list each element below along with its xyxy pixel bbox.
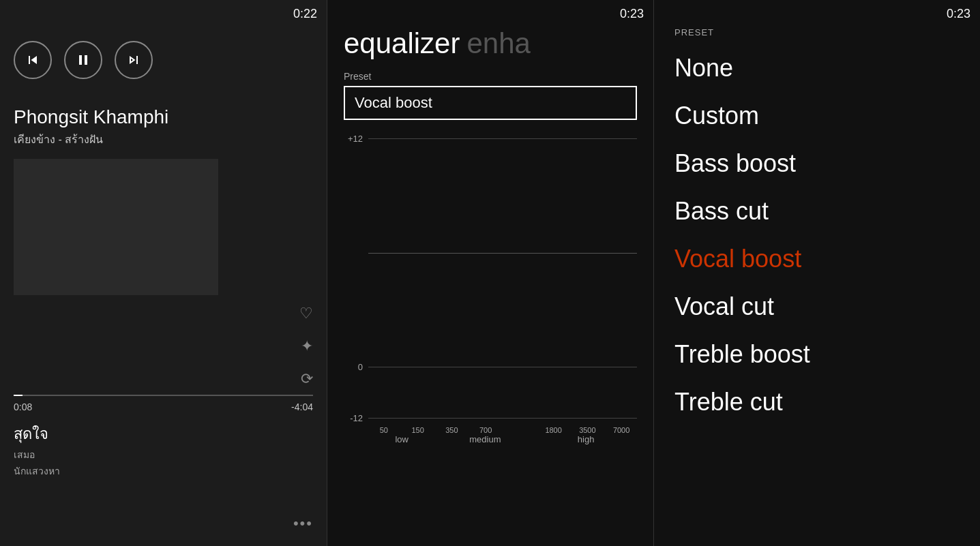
heart-icon[interactable]: ♡ bbox=[299, 305, 313, 322]
gridline-plus12-track bbox=[368, 138, 637, 139]
eq-header: equalizer enha Preset Vocal boost bbox=[327, 0, 653, 127]
eq-time: 0:23 bbox=[620, 7, 644, 21]
preset-item-vocalboost[interactable]: Vocal boost bbox=[674, 235, 960, 283]
bar-700b-above bbox=[504, 82, 535, 253]
progress-times: 0:08 -4:04 bbox=[0, 399, 327, 415]
bar-700b-below bbox=[504, 253, 535, 292]
eq-preset-label: Preset bbox=[344, 71, 637, 82]
preset-panel: 0:23 PRESET None Custom Bass boost Bass … bbox=[653, 0, 980, 546]
preset-item-trebleboost[interactable]: Treble boost bbox=[674, 331, 960, 378]
progress-fill bbox=[14, 395, 23, 396]
track-sub2: นักแสวงหา bbox=[0, 464, 327, 480]
gridline-zero-label: 0 bbox=[344, 362, 363, 372]
eq-axis-freq: 50 150 350 700 1800 3500 7000 bbox=[344, 426, 637, 434]
bar-7000-below bbox=[606, 253, 637, 423]
bar-3500-below bbox=[572, 253, 604, 423]
bar-700-above bbox=[470, 126, 501, 253]
forward-button[interactable] bbox=[115, 41, 153, 79]
more-button[interactable]: ••• bbox=[293, 515, 313, 532]
refresh-icon[interactable]: ⟳ bbox=[301, 370, 313, 388]
freq-150: 150 bbox=[402, 426, 434, 434]
bar-50-below bbox=[368, 253, 400, 423]
track-sub1: เสมอ bbox=[0, 447, 327, 464]
freq-1800: 1800 bbox=[538, 426, 569, 434]
eq-bar-50 bbox=[368, 144, 400, 362]
bar-150-below bbox=[402, 253, 434, 423]
player-time: 0:22 bbox=[293, 7, 317, 21]
bar-700-below bbox=[470, 253, 501, 314]
freq-700: 700 bbox=[470, 426, 501, 434]
equalizer-panel: 0:23 equalizer enha Preset Vocal boost +… bbox=[327, 0, 653, 546]
rewind-button[interactable] bbox=[14, 41, 52, 79]
eq-title-white: equalizer bbox=[344, 27, 460, 60]
eq-bar-150 bbox=[402, 144, 434, 362]
eq-bar-350 bbox=[436, 144, 468, 362]
preset-item-vocalcut[interactable]: Vocal cut bbox=[674, 283, 960, 331]
eq-bar-1800 bbox=[538, 144, 569, 362]
group-low: low bbox=[368, 434, 436, 444]
album-art bbox=[14, 159, 218, 295]
eq-axis-groups: low medium high bbox=[344, 434, 637, 444]
group-high: high bbox=[535, 434, 637, 444]
freq-3500: 3500 bbox=[572, 426, 604, 434]
pause-button[interactable] bbox=[64, 41, 102, 79]
bar-1800-below bbox=[538, 253, 569, 322]
eq-preset-box[interactable]: Vocal boost bbox=[344, 86, 637, 120]
eq-title-gray: enha bbox=[466, 27, 530, 60]
group-medium: medium bbox=[436, 434, 535, 444]
eq-bar-3500 bbox=[572, 144, 604, 362]
bar-1800-above bbox=[538, 140, 569, 253]
bar-350-below bbox=[436, 253, 468, 358]
freq-50: 50 bbox=[368, 426, 400, 434]
player-song: เคียงข้าง - สร้างฝัน bbox=[0, 131, 327, 159]
preset-time: 0:23 bbox=[947, 7, 970, 21]
progress-track[interactable] bbox=[14, 395, 313, 396]
track-title: สุดใจ bbox=[0, 415, 327, 447]
eq-bar-7000 bbox=[606, 144, 637, 362]
eq-title-row: equalizer enha bbox=[344, 27, 637, 60]
freq-700b bbox=[504, 426, 535, 434]
player-controls bbox=[0, 0, 327, 93]
time-remaining: -4:04 bbox=[291, 401, 313, 412]
player-artist: Phongsit Khamphi bbox=[0, 93, 327, 131]
preset-item-basscut[interactable]: Bass cut bbox=[674, 187, 960, 235]
eq-bars bbox=[368, 144, 637, 362]
gridline-plus12-label: +12 bbox=[344, 134, 363, 144]
gridline-minus12-label: -12 bbox=[344, 413, 363, 423]
progress-bar-container bbox=[0, 388, 327, 399]
time-current: 0:08 bbox=[14, 401, 32, 412]
preset-item-custom[interactable]: Custom bbox=[674, 92, 960, 140]
player-panel: 0:22 Phongsit Khamphi เคียงข้าง - สร้างฝ… bbox=[0, 0, 327, 546]
eq-chart-area: +12 bbox=[327, 127, 653, 444]
cast-icon[interactable]: ✦ bbox=[301, 337, 313, 355]
preset-header: PRESET bbox=[654, 0, 980, 44]
eq-bar-700b bbox=[504, 144, 535, 362]
freq-7000: 7000 bbox=[606, 426, 637, 434]
eq-bar-700 bbox=[470, 144, 501, 362]
preset-list: None Custom Bass boost Bass cut Vocal bo… bbox=[654, 44, 980, 426]
preset-item-bassboost[interactable]: Bass boost bbox=[674, 140, 960, 187]
bar-350-above bbox=[436, 192, 468, 253]
freq-350: 350 bbox=[436, 426, 468, 434]
preset-item-treblecut[interactable]: Treble cut bbox=[674, 378, 960, 426]
preset-item-none[interactable]: None bbox=[674, 44, 960, 92]
